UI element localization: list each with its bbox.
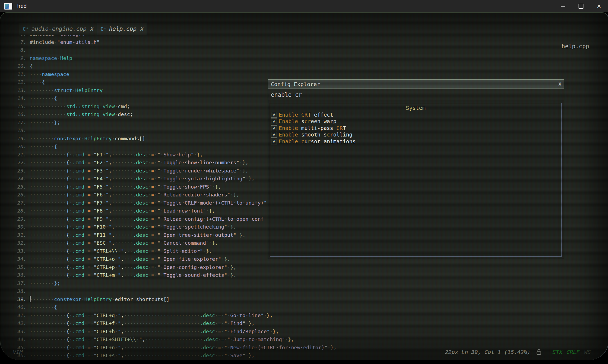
- line-content: #include·"enum-utils.h": [30, 38, 100, 46]
- line-content: namespace·Help: [30, 54, 72, 62]
- line-number: 16.: [0, 110, 30, 119]
- line-number: 10.: [0, 62, 30, 70]
- status-right-group: 22px Ln 39, Col 1 (15.42%) STXCRLFWS: [445, 349, 591, 355]
- code-line-41[interactable]: 41.············{·.cmd·=·"CTRL+g·",······…: [0, 311, 608, 320]
- line-content: ············{·.cmd·=·"ESC·",······.desc·…: [30, 239, 218, 247]
- window-titlebar: fred ✕: [0, 0, 608, 12]
- code-line-10[interactable]: 10.{: [0, 62, 608, 70]
- dialog-close-icon[interactable]: X: [558, 81, 561, 87]
- checkbox-checked-icon[interactable]: √: [271, 119, 277, 124]
- code-line-40[interactable]: 40.········{: [0, 303, 608, 311]
- line-content: ············{·.cmd·=·"F2·",·······.desc·…: [30, 159, 248, 167]
- lock-icon: [536, 349, 542, 355]
- code-line-42[interactable]: 42.············{·.cmd·=·"CTRL+f·",······…: [0, 319, 608, 327]
- maximize-button[interactable]: [572, 0, 590, 12]
- line-number: 40.: [0, 303, 30, 311]
- code-line-44[interactable]: 44.············{·.cmd·=·"CTRL+SHIFT+\\·"…: [0, 335, 608, 344]
- window-controls: ✕: [554, 0, 608, 12]
- config-option-row[interactable]: √Enable cursor animations: [270, 138, 561, 145]
- code-line-37[interactable]: 37.········};: [0, 279, 608, 287]
- tab-close-icon[interactable]: X: [140, 26, 143, 32]
- line-content: ············{·.cmd·=·"F8·",·······.desc·…: [30, 207, 215, 215]
- code-line-38[interactable]: 38.: [0, 287, 608, 295]
- line-number: 37.: [0, 279, 30, 287]
- code-line-7[interactable]: 7.#include·"enum-utils.h": [0, 38, 608, 46]
- config-option-label: Enable cursor animations: [279, 138, 356, 145]
- cpp-file-icon: C⁺: [100, 26, 107, 32]
- maximize-icon: [579, 4, 583, 9]
- status-flag-crlf[interactable]: CRLF: [567, 349, 580, 355]
- line-content: ····{: [30, 78, 45, 86]
- line-content: ············{·.cmd·=·"CTRL+SHIFT+\\·",··…: [30, 335, 294, 344]
- config-explorer-dialog: Config Explorer X enable cr System √Enab…: [268, 79, 564, 259]
- config-option-label: Enable screen warp: [279, 118, 336, 125]
- config-option-row[interactable]: √Enable screen warp: [270, 118, 561, 125]
- config-option-row[interactable]: √Enable CRT effect: [270, 111, 561, 118]
- line-number: 36.: [0, 271, 30, 279]
- code-line-9[interactable]: 9.namespace·Help: [0, 54, 608, 62]
- line-content: ············{·.cmd·=·"F7·",·······.desc·…: [30, 199, 276, 207]
- line-number: 44.: [0, 335, 30, 344]
- minimize-button[interactable]: [554, 0, 572, 12]
- code-line-36[interactable]: 36.············{·.cmd·=·"CTRL+m·",···.de…: [0, 271, 608, 279]
- tab-help-cpp[interactable]: C⁺help.cppX: [97, 23, 147, 35]
- config-option-label: Enable smooth scrolling: [279, 132, 352, 138]
- status-flags: STXCRLFWS: [553, 349, 591, 355]
- tab-audio-engine-cpp[interactable]: C⁺audio-engine.cppX: [19, 23, 97, 35]
- editor-screen: 6.#include·"config.h"7.#include·"enum-ut…: [0, 12, 608, 360]
- cpp-file-icon: C⁺: [23, 26, 29, 32]
- close-button[interactable]: ✕: [590, 0, 608, 12]
- line-number: 35.: [0, 263, 30, 271]
- line-content: ········{: [30, 142, 57, 151]
- line-content: ············{·.cmd·=·"F9·",·······.desc·…: [30, 215, 264, 223]
- tab-label: audio-engine.cpp: [31, 26, 86, 32]
- checkbox-checked-icon[interactable]: √: [271, 132, 277, 138]
- line-content: ············{·.cmd·=·"F5·",·······.desc·…: [30, 183, 221, 191]
- config-option-row[interactable]: √Enable multi-pass CRT: [270, 125, 561, 132]
- line-number: 17.: [0, 119, 30, 127]
- line-content: ············{·.cmd·=·"CTRL+h·",·········…: [30, 327, 279, 336]
- status-flag-ws[interactable]: WS: [584, 349, 591, 355]
- line-number: 31.: [0, 231, 30, 239]
- line-number: 29.: [0, 215, 30, 223]
- line-content: ········constexpr·HelpEntry·commands[]: [30, 135, 145, 143]
- status-flag-stx[interactable]: STX: [553, 349, 562, 355]
- line-number: 34.: [0, 255, 30, 263]
- config-section-header: System: [270, 104, 561, 111]
- line-number: 15.: [0, 102, 30, 111]
- config-option-label: Enable CRT effect: [279, 112, 333, 118]
- line-content: ············std::string_view·desc;: [30, 110, 133, 119]
- code-line-8[interactable]: 8.: [0, 46, 608, 54]
- checkbox-checked-icon[interactable]: √: [271, 139, 277, 144]
- close-icon: ✕: [597, 3, 601, 10]
- line-number: 43.: [0, 327, 30, 336]
- line-number: 33.: [0, 247, 30, 255]
- line-content: ············{·.cmd·=·"CTRL+m·",···.desc·…: [30, 271, 236, 279]
- line-number: 13.: [0, 86, 30, 95]
- line-content: ············{·.cmd·=·"CTRL+g·",·········…: [30, 311, 273, 320]
- config-search-input[interactable]: enable cr: [268, 89, 564, 101]
- line-content: ········};: [30, 119, 60, 127]
- checkbox-checked-icon[interactable]: √: [271, 112, 277, 118]
- tab-bar: C⁺audio-engine.cppXC⁺help.cppX: [19, 23, 147, 35]
- checkbox-checked-icon[interactable]: √: [271, 125, 277, 131]
- line-number: 39.: [0, 295, 30, 304]
- line-number: 21.: [0, 151, 30, 159]
- line-content: ········struct·HelpEntry: [30, 86, 103, 95]
- line-content: ····namespace: [30, 70, 69, 78]
- tab-close-icon[interactable]: X: [90, 26, 93, 32]
- line-content: ············{·.cmd·=·"F4·",·······.desc·…: [30, 175, 254, 183]
- code-line-43[interactable]: 43.············{·.cmd·=·"CTRL+h·",······…: [0, 327, 608, 336]
- line-number: 28.: [0, 207, 30, 215]
- code-line-11[interactable]: 11.····namespace: [0, 70, 608, 78]
- code-line-47[interactable]: 47.············: [0, 360, 608, 360]
- code-line-35[interactable]: 35.············{·.cmd·=·"CTRL+p·",···.de…: [0, 263, 608, 271]
- line-content: ············{·.cmd·=·"F10·",······.desc·…: [30, 223, 236, 231]
- line-number: 41.: [0, 311, 30, 320]
- code-line-39[interactable]: 39.········constexpr·HelpEntry·editor_sh…: [0, 295, 608, 304]
- config-search-value: enable cr: [271, 92, 302, 98]
- line-content: ········{: [30, 303, 57, 311]
- line-number: 32.: [0, 239, 30, 247]
- config-option-row[interactable]: √Enable smooth scrolling: [270, 132, 561, 138]
- minimize-icon: [561, 6, 565, 7]
